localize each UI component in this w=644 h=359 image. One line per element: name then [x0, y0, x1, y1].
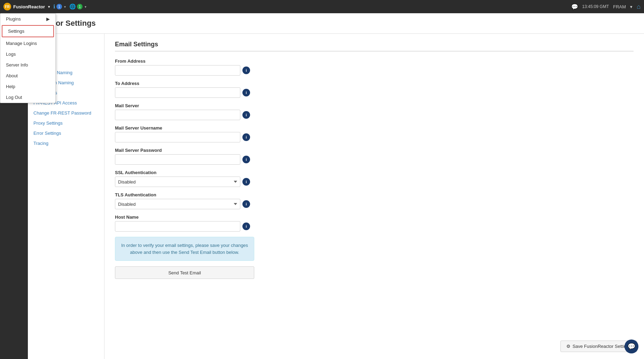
mail-server-password-input[interactable]: [115, 154, 240, 165]
info-badge: 1: [56, 4, 62, 9]
globe-badge: 1: [77, 4, 83, 9]
dropdown-item-help[interactable]: Help: [0, 81, 55, 92]
info-circle-icon: ℹ: [53, 3, 55, 10]
ssl-auth-group: SSL Authentication Disabled Enabled i: [115, 170, 634, 187]
chat-bubble-icon: 💬: [628, 343, 635, 350]
brand-logo: FR: [3, 3, 11, 10]
chat-bubble-button[interactable]: 💬: [624, 340, 638, 353]
mail-server-password-group: Mail Server Password i: [115, 148, 634, 165]
ssl-auth-row: Disabled Enabled i: [115, 177, 634, 187]
dropdown-item-logout[interactable]: Log Out: [0, 92, 55, 103]
to-address-group: To Address i: [115, 81, 634, 98]
dropdown-item-settings[interactable]: Settings: [2, 25, 54, 37]
tls-auth-group: TLS Authentication Disabled Enabled i: [115, 192, 634, 209]
brand-menu-button[interactable]: FR FusionReactor ▾: [3, 3, 50, 10]
app-body: Reactor Settings HTTP HTTPS Log File App…: [0, 13, 644, 359]
to-address-row: i: [115, 87, 634, 98]
mail-server-username-row: i: [115, 132, 634, 142]
dropdown-item-about[interactable]: About: [0, 70, 55, 81]
to-address-label: To Address: [115, 81, 634, 86]
brand-name: FusionReactor: [13, 4, 45, 9]
form-area: Email Settings From Address i To Address…: [104, 34, 644, 359]
host-name-row: i: [115, 221, 634, 232]
brand-dropdown: Plugins ▶ Settings Manage Logins Logs Se…: [0, 13, 56, 103]
mail-server-group: Mail Server i: [115, 103, 634, 120]
mail-server-input[interactable]: [115, 110, 240, 120]
ssl-auth-label: SSL Authentication: [115, 170, 634, 175]
tls-auth-row: Disabled Enabled i: [115, 199, 634, 209]
mail-server-password-info-btn[interactable]: i: [242, 156, 250, 163]
nav-badge-info[interactable]: ℹ 1 ▾: [53, 3, 66, 10]
dropdown-item-server-info[interactable]: Server Info: [0, 60, 55, 70]
mail-server-password-row: i: [115, 154, 634, 165]
mail-server-label: Mail Server: [115, 103, 634, 108]
host-name-input[interactable]: [115, 221, 240, 232]
main-content: Reactor Settings HTTP HTTPS Log File App…: [28, 13, 644, 359]
content-area: HTTP HTTPS Log File Application Naming T…: [28, 34, 644, 359]
user-display: FRAM: [613, 4, 626, 9]
mail-server-password-label: Mail Server Password: [115, 148, 634, 153]
info-message-box: In order to verify your email settings, …: [115, 237, 254, 261]
host-name-group: Host Name i: [115, 214, 634, 232]
from-address-label: From Address: [115, 58, 634, 64]
save-gear-icon: ⚙: [566, 344, 571, 349]
from-address-info-btn[interactable]: i: [242, 67, 250, 74]
leftnav-item-error-settings[interactable]: Error Settings: [28, 128, 104, 138]
home-icon[interactable]: ⌂: [637, 3, 641, 10]
leftnav-item-tracing[interactable]: Tracing: [28, 138, 104, 148]
user-caret[interactable]: ▾: [630, 4, 633, 9]
dropdown-item-manage-logins[interactable]: Manage Logins: [0, 38, 55, 49]
from-address-input[interactable]: [115, 65, 240, 76]
ssl-auth-select[interactable]: Disabled Enabled: [115, 177, 240, 187]
globe-caret: ▾: [85, 5, 86, 9]
top-nav: FR FusionReactor ▾ ℹ 1 ▾ 🌐 1 ▾ 💬 13:45:0…: [0, 0, 644, 13]
chat-icon[interactable]: 💬: [571, 3, 578, 10]
email-settings-title: Email Settings: [115, 41, 634, 52]
leftnav-item-proxy-settings[interactable]: Proxy Settings: [28, 118, 104, 128]
from-address-row: i: [115, 65, 634, 76]
to-address-info-btn[interactable]: i: [242, 89, 250, 96]
brand-caret: ▾: [48, 5, 50, 9]
globe-icon: 🌐: [69, 3, 76, 10]
tls-auth-select[interactable]: Disabled Enabled: [115, 199, 240, 209]
mail-server-username-input[interactable]: [115, 132, 240, 142]
nav-badge-globe[interactable]: 🌐 1 ▾: [69, 3, 86, 10]
mail-server-username-info-btn[interactable]: i: [242, 133, 250, 141]
info-caret: ▾: [64, 5, 66, 9]
mail-server-username-label: Mail Server Username: [115, 125, 634, 131]
mail-server-info-btn[interactable]: i: [242, 111, 250, 119]
host-name-label: Host Name: [115, 214, 634, 220]
tls-auth-label: TLS Authentication: [115, 192, 634, 197]
ssl-auth-info-btn[interactable]: i: [242, 178, 250, 186]
tls-auth-info-btn[interactable]: i: [242, 200, 250, 208]
dropdown-item-logs[interactable]: Logs: [0, 49, 55, 60]
page-header: Reactor Settings: [28, 13, 644, 34]
time-display: 13:45:09 GMT: [582, 4, 609, 9]
leftnav-item-change-fr-rest[interactable]: Change FR-REST Password: [28, 108, 104, 118]
send-test-email-button[interactable]: Send Test Email: [115, 266, 254, 279]
from-address-group: From Address i: [115, 58, 634, 76]
info-message-text: In order to verify your email settings, …: [121, 243, 248, 255]
to-address-input[interactable]: [115, 87, 240, 98]
page-title: Reactor Settings: [35, 19, 637, 28]
host-name-info-btn[interactable]: i: [242, 223, 250, 230]
mail-server-username-group: Mail Server Username i: [115, 125, 634, 142]
mail-server-row: i: [115, 110, 634, 120]
dropdown-item-plugins[interactable]: Plugins ▶: [0, 14, 55, 24]
